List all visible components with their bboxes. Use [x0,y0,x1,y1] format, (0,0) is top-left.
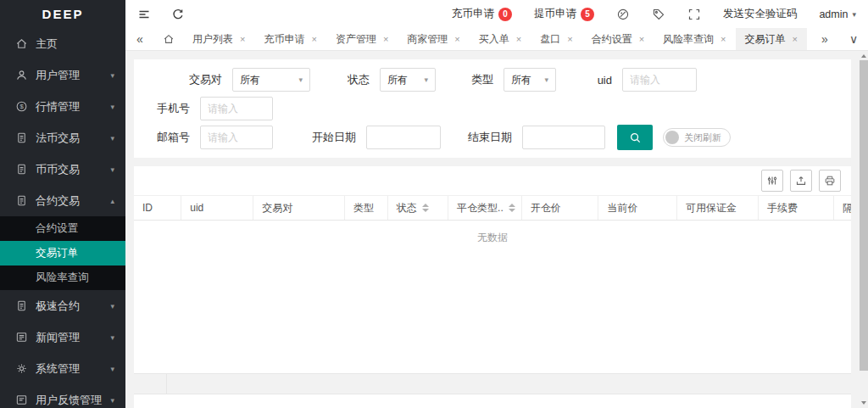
news-icon [15,331,28,344]
sort-icon[interactable] [422,204,429,212]
filter-columns-button[interactable] [761,170,783,192]
trading-pair-select[interactable]: 所有 ▾ [232,68,310,92]
uid-input[interactable] [622,68,697,92]
tab-label: 用户列表 [192,32,233,47]
close-icon[interactable]: × [639,34,644,44]
close-icon[interactable]: × [721,34,726,44]
close-icon[interactable]: × [311,34,316,44]
scrollbar-up-arrow[interactable] [861,54,866,58]
sidebar-item-coin-trade[interactable]: 币币交易 ▾ [0,154,125,185]
sidebar-item-market-mgmt[interactable]: $ 行情管理 ▾ [0,91,125,122]
withdraw-request-badge: 5 [581,8,594,21]
tab-order-book[interactable]: 盘口 × [531,28,581,50]
scrollbar-down-arrow[interactable] [861,401,866,405]
start-date-input[interactable] [366,126,441,149]
print-button[interactable] [819,170,841,192]
chevron-down-icon: ▾ [110,71,114,80]
sidebar-item-label: 用户反馈管理 [36,393,110,408]
close-icon[interactable]: × [567,34,572,44]
sidebar-item-label: 合约交易 [36,193,110,209]
toggle-knob-icon [665,131,679,144]
send-security-code-button[interactable]: 发送安全验证码 [723,7,798,21]
uid-label: uid [556,74,622,87]
close-icon[interactable]: × [240,34,245,44]
tab-user-list[interactable]: 用户列表 × [183,28,254,50]
tab-merchant-mgmt[interactable]: 商家管理 × [398,28,469,50]
chevron-down-icon: ▾ [110,302,114,310]
sidebar-item-label: 极速合约 [36,299,110,314]
trading-pair-value: 所有 [240,73,260,87]
tab-label: 资产管理 [336,32,376,47]
column-header-open-price: 开仓价 [522,196,599,220]
tabs-scroll-right-button[interactable]: » [810,28,839,50]
total-row-cell [134,374,167,394]
tab-trade-orders[interactable]: 交易订单 × [736,28,807,50]
sidebar-item-risk-rate-query[interactable]: 风险率查询 [0,265,125,290]
chevron-down-icon: ▾ [110,103,114,111]
sidebar: DEEP 主页 用户管理 ▾ $ 行情管理 ▾ 法币交易 [0,0,125,408]
sidebar-item-trade-orders[interactable]: 交易订单 [0,241,125,265]
sidebar-item-fiat-trade[interactable]: 法币交易 ▾ [0,122,125,154]
sidebar-item-contract-settings[interactable]: 合约设置 [0,216,125,241]
tab-risk-rate-query[interactable]: 风险率查询 × [654,28,735,50]
tab-deposit-request[interactable]: 充币申请 × [254,28,326,50]
search-button[interactable] [617,125,653,150]
type-value: 所有 [511,73,531,87]
chevron-down-icon: ▾ [852,10,856,19]
doc-icon [15,163,28,176]
feedback-icon [15,394,28,406]
end-date-input[interactable] [522,126,605,149]
sidebar-item-fast-contract[interactable]: 极速合约 ▾ [0,290,125,321]
close-icon[interactable]: × [454,34,459,44]
sidebar-item-label: 主页 [36,36,114,52]
chevron-up-icon: ▴ [110,197,114,205]
sidebar-item-user-mgmt[interactable]: 用户管理 ▾ [0,59,125,91]
tab-home[interactable] [154,28,183,50]
vertical-scrollbar [860,51,868,408]
sidebar-item-news-mgmt[interactable]: 新闻管理 ▾ [0,321,125,353]
tab-asset-mgmt[interactable]: 资产管理 × [326,28,398,50]
end-date-label: 结束日期 [441,130,522,145]
column-header-type: 类型 [345,196,388,220]
close-icon[interactable]: × [516,34,521,44]
tabs-menu-button[interactable]: ∨ [839,28,868,50]
email-input[interactable] [200,126,273,149]
close-icon[interactable]: × [793,34,798,44]
tab-buy-order[interactable]: 买入单 × [470,28,531,50]
refresh-toggle[interactable]: 关闭刷新 [663,128,731,147]
sidebar-item-system-mgmt[interactable]: 系统管理 ▾ [0,353,125,384]
column-header-status[interactable]: 状态 [388,196,449,220]
tab-label: 合约设置 [592,32,632,47]
export-button[interactable] [790,170,812,192]
withdraw-request-link[interactable]: 提币申请 5 [534,7,594,21]
filter-row-2: 手机号 [147,97,837,120]
sidebar-collapse-icon[interactable] [137,8,151,21]
start-date-label: 开始日期 [273,130,366,145]
home-icon [163,33,175,45]
theme-icon[interactable] [616,8,630,21]
column-header-trading-pair: 交易对 [253,196,345,220]
refresh-icon[interactable] [171,8,185,21]
sidebar-item-user-feedback-mgmt[interactable]: 用户反馈管理 ▾ [0,384,125,408]
column-header-close-type[interactable]: 平仓类型.. [448,196,522,220]
column-header-fee: 手续费 [759,196,834,220]
sidebar-item-contract-trade[interactable]: 合约交易 ▴ [0,185,125,216]
type-select[interactable]: 所有 ▾ [504,68,556,92]
svg-text:$: $ [19,103,24,110]
orders-table-panel: ID uid 交易对 类型 状态 平仓类型.. 开仓价 当前价 可用保证金 [134,166,851,408]
status-select[interactable]: 所有 ▾ [380,68,436,92]
doc-icon [15,194,28,207]
scrollbar-thumb[interactable] [860,60,868,371]
close-icon[interactable]: × [383,34,388,44]
sort-icon[interactable] [509,204,515,212]
phone-input[interactable] [200,97,273,120]
admin-menu[interactable]: admin ▾ [819,8,856,20]
fullscreen-icon[interactable] [687,8,701,21]
tabs-scroll-left-button[interactable]: « [125,28,154,50]
sidebar-item-label: 用户管理 [36,68,110,83]
deposit-request-link[interactable]: 充币申请 0 [452,7,512,21]
tab-contract-settings[interactable]: 合约设置 × [582,28,654,50]
sidebar-item-home[interactable]: 主页 [0,28,125,59]
tag-icon[interactable] [652,8,665,21]
empty-state-text: 无数据 [134,231,851,245]
